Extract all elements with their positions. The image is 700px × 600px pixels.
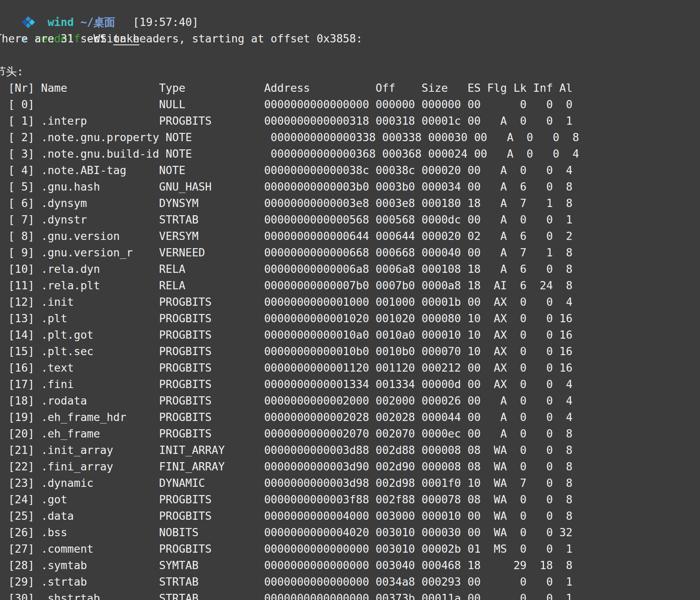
table-row: [18] .rodata PROGBITS 0000000000002000 0…: [0, 393, 579, 409]
table-row: [ 5] .gnu.hash GNU_HASH 00000000000003b0…: [0, 179, 579, 195]
table-row: [ 9] .gnu.version_r VERNEED 000000000000…: [0, 244, 579, 261]
section-table: [ 0] NULL 0000000000000000 000000 000000…: [0, 96, 579, 600]
table-header: [Nr] Name Type Address Off Size ES Flg L…: [0, 80, 579, 96]
prompt-path: ~/桌面: [80, 14, 120, 30]
table-row: [ 1] .interp PROGBITS 0000000000000318 0…: [0, 113, 579, 129]
table-row: [25] .data PROGBITS 0000000000004000 003…: [0, 508, 579, 524]
table-row: [ 7] .dynstr STRTAB 0000000000000568 000…: [0, 212, 579, 228]
table-row: [11] .rela.plt RELA 00000000000007b0 000…: [0, 277, 579, 294]
table-row: [21] .init_array INIT_ARRAY 000000000000…: [0, 442, 579, 458]
prompt-user: wind: [48, 16, 74, 28]
four-diamonds-icon: [21, 14, 35, 30]
table-row: [ 0] NULL 0000000000000000 000000 000000…: [0, 96, 579, 113]
table-row: [30] .shstrtab STRTAB 0000000000000000 0…: [0, 590, 579, 600]
table-row: [17] .fini PROGBITS 0000000000001334 001…: [0, 376, 579, 393]
blank-line: [0, 47, 579, 63]
prompt-timestamp: [19:57:40]: [133, 16, 199, 28]
table-row: [ 8] .gnu.version VERSYM 000000000000064…: [0, 228, 579, 244]
table-row: [15] .plt.sec PROGBITS 00000000000010b0 …: [0, 343, 579, 360]
table-row: [27] .comment PROGBITS 0000000000000000 …: [0, 541, 579, 557]
table-row: [28] .symtab SYMTAB 0000000000000000 003…: [0, 557, 579, 574]
table-row: [19] .eh_frame_hdr PROGBITS 000000000000…: [0, 409, 579, 426]
terminal[interactable]: wind~/桌面[19:57:40] >readelf-WStake There…: [0, 0, 579, 600]
table-row: [ 3] .note.gnu.build-id NOTE 00000000000…: [0, 146, 579, 162]
table-row: [20] .eh_frame PROGBITS 0000000000002070…: [0, 426, 579, 442]
table-row: [10] .rela.dyn RELA 00000000000006a8 000…: [0, 261, 579, 277]
prompt-line: wind~/桌面[19:57:40]: [0, 0, 579, 14]
table-row: [ 4] .note.ABI-tag NOTE 000000000000038c…: [0, 162, 579, 179]
table-row: [ 2] .note.gnu.property NOTE 00000000000…: [0, 129, 579, 146]
section-heading: 节头:: [0, 63, 579, 80]
table-row: [13] .plt PROGBITS 0000000000001020 0010…: [0, 310, 579, 327]
table-row: [ 6] .dynsym DYNSYM 00000000000003e8 000…: [0, 195, 579, 212]
summary-line: There are 31 section headers, starting a…: [0, 30, 579, 47]
table-row: [14] .plt.got PROGBITS 00000000000010a0 …: [0, 327, 579, 343]
table-row: [29] .strtab STRTAB 0000000000000000 003…: [0, 574, 579, 590]
table-row: [12] .init PROGBITS 0000000000001000 001…: [0, 294, 579, 310]
table-row: [23] .dynamic DYNAMIC 0000000000003d98 0…: [0, 475, 579, 491]
table-row: [24] .got PROGBITS 0000000000003f88 002f…: [0, 491, 579, 508]
table-row: [22] .fini_array FINI_ARRAY 000000000000…: [0, 458, 579, 475]
icon-spacer: [35, 16, 41, 28]
table-row: [26] .bss NOBITS 0000000000004020 003010…: [0, 524, 579, 541]
table-row: [16] .text PROGBITS 0000000000001120 001…: [0, 360, 579, 376]
